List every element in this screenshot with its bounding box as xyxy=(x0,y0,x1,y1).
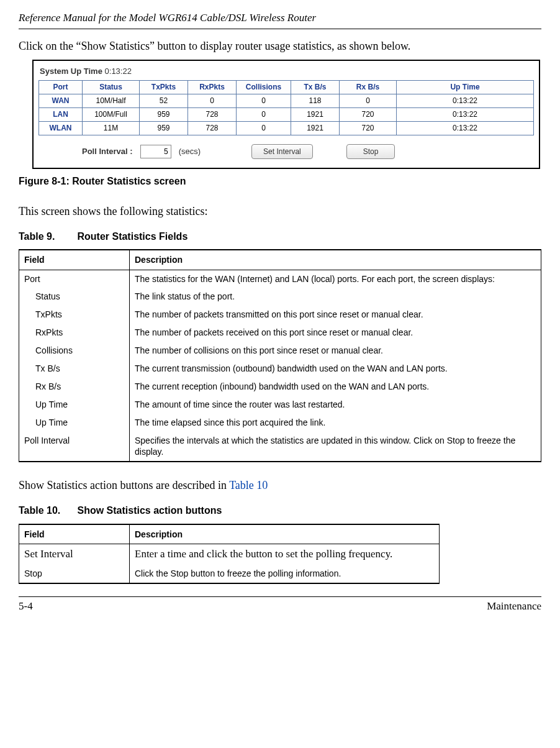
desc-cell: The statistics for the WAN (Internet) an… xyxy=(130,270,541,288)
desc-cell: Enter a time and click the button to set… xyxy=(130,544,440,564)
table10-h-desc: Description xyxy=(130,524,440,544)
field-cell: Port xyxy=(19,270,130,288)
field-cell: Status xyxy=(19,288,130,306)
th-rxbs: Rx B/s xyxy=(340,81,397,94)
cell-rxpkts: 0 xyxy=(188,94,237,108)
table9: Field Description PortThe statistics for… xyxy=(19,249,541,462)
router-stats-screenshot: System Up Time 0:13:22 Port Status TxPkt… xyxy=(32,60,540,169)
field-cell: TxPkts xyxy=(19,306,130,324)
table-row: StatusThe link status of the port. xyxy=(19,288,541,306)
secs-label: (secs) xyxy=(179,147,201,157)
th-txpkts: TxPkts xyxy=(140,81,188,94)
th-rxpkts: RxPkts xyxy=(188,81,237,94)
footer-page-number: 5-4 xyxy=(19,600,33,613)
table10-xref-link[interactable]: Table 10 xyxy=(229,479,268,491)
th-txbs: Tx B/s xyxy=(291,81,340,94)
table9-number: Table 9. xyxy=(19,230,75,244)
desc-cell: The link status of the port. xyxy=(130,288,541,306)
stats-row: WAN10M/Half520011800:13:22 xyxy=(39,94,534,108)
intro-paragraph: Click on the “Show Statistics” button to… xyxy=(19,39,541,53)
table10-title: Show Statistics action buttons xyxy=(77,505,222,516)
cell-uptime: 0:13:22 xyxy=(397,108,534,122)
field-cell: Rx B/s xyxy=(19,378,130,396)
cell-status: 100M/Full xyxy=(83,108,140,122)
system-up-time-label: System Up Time xyxy=(40,66,102,76)
stats-row: LAN100M/Full959728019217200:13:22 xyxy=(39,108,534,122)
table10-caption: Table 10. Show Statistics action buttons xyxy=(19,504,541,518)
desc-cell: The number of packets received on this p… xyxy=(130,324,541,342)
field-cell: Tx B/s xyxy=(19,360,130,378)
page-footer: 5-4 Maintenance xyxy=(19,596,541,613)
th-port: Port xyxy=(39,81,83,94)
document-header: Reference Manual for the Model WGR614 Ca… xyxy=(19,11,541,29)
table-row: Poll IntervalSpecifies the intervals at … xyxy=(19,432,541,462)
desc-cell: The amount of time since the router was … xyxy=(130,396,541,414)
th-collisions: Collisions xyxy=(237,81,291,94)
para3-text: Show Statistics action buttons are descr… xyxy=(19,479,229,491)
cell-txpkts: 959 xyxy=(140,122,188,135)
cell-uptime: 0:13:22 xyxy=(397,94,534,108)
table10-number: Table 10. xyxy=(19,504,75,518)
table-row: Up TimeThe time elapsed since this port … xyxy=(19,414,541,432)
stats-intro-paragraph: This screen shows the following statisti… xyxy=(19,204,541,219)
cell-txbs: 1921 xyxy=(291,108,340,122)
field-cell: Poll Interval xyxy=(19,432,130,462)
cell-rxpkts: 728 xyxy=(188,122,237,135)
cell-status: 11M xyxy=(83,122,140,135)
system-up-time-value: 0:13:22 xyxy=(105,66,132,76)
cell-rxbs: 0 xyxy=(340,94,397,108)
desc-cell: The number of collisions on this port si… xyxy=(130,342,541,360)
table-row: Up TimeThe amount of time since the rout… xyxy=(19,396,541,414)
cell-rxbs: 720 xyxy=(340,122,397,135)
table-row: TxPktsThe number of packets transmitted … xyxy=(19,306,541,324)
field-cell: Up Time xyxy=(19,396,130,414)
desc-cell: The current transmission (outbound) band… xyxy=(130,360,541,378)
cell-txpkts: 52 xyxy=(140,94,188,108)
field-cell: Set Interval xyxy=(19,544,130,564)
table-row: StopClick the Stop button to freeze the … xyxy=(19,565,440,583)
cell-port: LAN xyxy=(39,108,83,122)
table-row: Rx B/sThe current reception (inbound) ba… xyxy=(19,378,541,396)
cell-port: WLAN xyxy=(39,122,83,135)
desc-cell: Specifies the intervals at which the sta… xyxy=(130,432,541,462)
field-cell: Collisions xyxy=(19,342,130,360)
poll-interval-input[interactable] xyxy=(140,145,171,158)
table-row: PortThe statistics for the WAN (Internet… xyxy=(19,270,541,288)
cell-collisions: 0 xyxy=(237,122,291,135)
table9-h-field: Field xyxy=(19,250,130,270)
table9-h-desc: Description xyxy=(130,250,541,270)
set-interval-button[interactable]: Set Interval xyxy=(251,144,313,159)
action-buttons-paragraph: Show Statistics action buttons are descr… xyxy=(19,478,541,493)
th-status: Status xyxy=(83,81,140,94)
cell-txbs: 1921 xyxy=(291,122,340,135)
system-up-time-row: System Up Time 0:13:22 xyxy=(38,65,534,80)
cell-rxbs: 720 xyxy=(340,108,397,122)
desc-cell: The number of packets transmitted on thi… xyxy=(130,306,541,324)
table-row: Tx B/sThe current transmission (outbound… xyxy=(19,360,541,378)
table-row: CollisionsThe number of collisions on th… xyxy=(19,342,541,360)
cell-rxpkts: 728 xyxy=(188,108,237,122)
poll-interval-label: Poll Interval : xyxy=(82,147,133,157)
stats-table: Port Status TxPkts RxPkts Collisions Tx … xyxy=(38,80,534,135)
desc-cell: The current reception (inbound) bandwidt… xyxy=(130,378,541,396)
cell-uptime: 0:13:22 xyxy=(397,122,534,135)
stop-button[interactable]: Stop xyxy=(346,144,395,159)
stats-row: WLAN11M959728019217200:13:22 xyxy=(39,122,534,135)
cell-status: 10M/Half xyxy=(83,94,140,108)
table9-title: Router Statistics Fields xyxy=(77,231,187,242)
table9-caption: Table 9. Router Statistics Fields xyxy=(19,230,541,244)
figure-caption: Figure 8-1: Router Statistics screen xyxy=(19,175,541,188)
cell-collisions: 0 xyxy=(237,108,291,122)
cell-collisions: 0 xyxy=(237,94,291,108)
cell-txpkts: 959 xyxy=(140,108,188,122)
footer-section: Maintenance xyxy=(487,600,541,613)
field-cell: Up Time xyxy=(19,414,130,432)
table-row: Set IntervalEnter a time and click the b… xyxy=(19,544,440,564)
cell-port: WAN xyxy=(39,94,83,108)
table10-h-field: Field xyxy=(19,524,130,544)
stats-header-row: Port Status TxPkts RxPkts Collisions Tx … xyxy=(39,81,534,94)
cell-txbs: 118 xyxy=(291,94,340,108)
poll-interval-row: Poll Interval : (secs) Set Interval Stop xyxy=(38,135,534,162)
field-cell: RxPkts xyxy=(19,324,130,342)
desc-cell: Click the Stop button to freeze the poll… xyxy=(130,565,440,583)
